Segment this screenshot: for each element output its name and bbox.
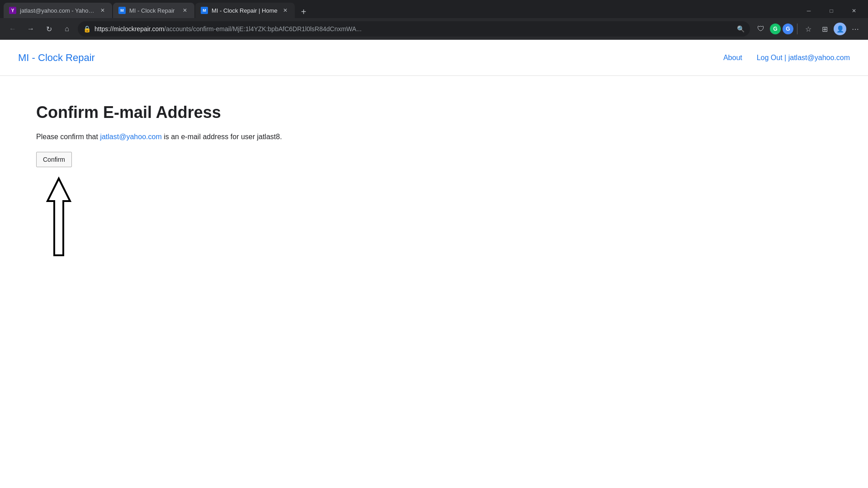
collections-icon[interactable]: ⊞ [817, 22, 832, 36]
tab-title-mi-clock: MI - Clock Repair [129, 7, 177, 14]
favorites-icon[interactable]: ☆ [801, 22, 816, 36]
site-nav: About Log Out | jatlast@yahoo.com [723, 54, 850, 62]
search-icon: 🔍 [737, 25, 745, 33]
confirm-text-after: is an e-mail address for user jatlast8. [162, 133, 282, 141]
forward-button[interactable]: → [24, 22, 38, 36]
tab-title-mi-home: MI - Clock Repair | Home [212, 7, 278, 14]
tab-favicon-mi-home: M [201, 7, 208, 14]
grammarly2-icon[interactable]: G [783, 23, 793, 34]
confirm-message: Please confirm that jatlast@yahoo.com is… [36, 133, 832, 141]
toolbar-divider [797, 23, 797, 34]
website-content: MI - Clock Repair About Log Out | jatlas… [0, 40, 868, 470]
arrow-svg [45, 176, 72, 258]
tab-close-mi-clock[interactable]: ✕ [181, 6, 189, 14]
maximize-button[interactable]: □ [821, 4, 842, 18]
tab-mi-clock[interactable]: M MI - Clock Repair ✕ [113, 3, 194, 18]
nav-logout-link[interactable]: Log Out | jatlast@yahoo.com [757, 54, 850, 62]
lock-icon: 🔒 [83, 25, 91, 33]
tab-favicon-mi-clock: M [118, 7, 126, 14]
address-bar[interactable]: 🔒 https://miclockrepair.com/accounts/con… [78, 21, 750, 37]
minimize-button[interactable]: ─ [798, 4, 819, 18]
tab-close-mi-home[interactable]: ✕ [281, 6, 289, 14]
url-dim: /accounts/confirm-email/MjE:1l4YZK:bpbAf… [164, 25, 362, 33]
back-button[interactable]: ← [5, 22, 20, 36]
close-button[interactable]: ✕ [844, 4, 864, 18]
tab-title-yahoo: jatlast@yahoo.com - Yahoo Mail [20, 7, 95, 14]
address-text: https://miclockrepair.com/accounts/confi… [94, 25, 733, 33]
nav-about-link[interactable]: About [723, 54, 742, 62]
new-tab-button[interactable]: + [297, 5, 310, 18]
confirm-text-before: Please confirm that [36, 133, 100, 141]
menu-icon[interactable]: ⋯ [848, 22, 863, 36]
site-header: MI - Clock Repair About Log Out | jatlas… [0, 40, 868, 76]
site-logo[interactable]: MI - Clock Repair [18, 52, 95, 64]
confirm-email-link[interactable]: jatlast@yahoo.com [100, 133, 161, 141]
tab-yahoo-mail[interactable]: Y jatlast@yahoo.com - Yahoo Mail ✕ [4, 3, 112, 18]
svg-marker-0 [47, 178, 70, 255]
shield-icon-button[interactable]: 🛡 [754, 22, 768, 36]
tabs-bar: Y jatlast@yahoo.com - Yahoo Mail ✕ M MI … [0, 0, 868, 18]
site-main-content: Confirm E-mail Address Please confirm th… [0, 76, 868, 470]
page-title: Confirm E-mail Address [36, 103, 832, 122]
grammarly-icon[interactable]: G [770, 23, 781, 34]
arrow-annotation [45, 176, 832, 259]
toolbar-right: 🛡 G G ☆ ⊞ 👤 ⋯ [754, 22, 863, 36]
tab-close-yahoo[interactable]: ✕ [99, 6, 107, 14]
browser-toolbar: ← → ↻ ⌂ 🔒 https://miclockrepair.com/acco… [0, 18, 868, 40]
window-controls: ─ □ ✕ [798, 4, 864, 18]
tab-mi-home[interactable]: M MI - Clock Repair | Home ✕ [195, 3, 295, 18]
reload-button[interactable]: ↻ [42, 22, 56, 36]
home-button[interactable]: ⌂ [60, 22, 74, 36]
url-highlight: https://miclockrepair.com [94, 25, 164, 33]
confirm-button[interactable]: Confirm [36, 152, 72, 167]
tab-favicon-yahoo: Y [9, 7, 16, 14]
profile-avatar[interactable]: 👤 [834, 23, 846, 35]
